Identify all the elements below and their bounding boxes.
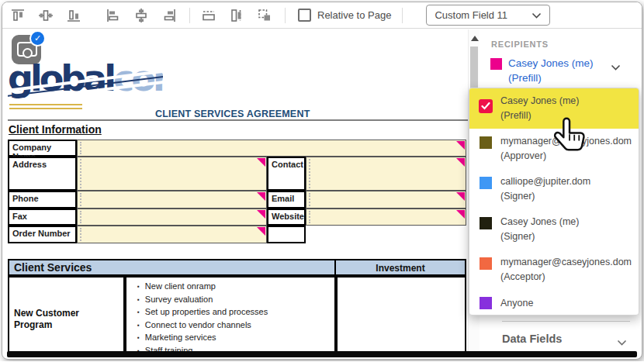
toolbar-separator (189, 8, 190, 23)
recipient-label: mymanager@caseyjones.dom(Acceptor) (500, 255, 632, 284)
recipient-label: Casey Jones (me)(Signer) (500, 215, 579, 244)
checkbox-box[interactable] (298, 9, 311, 22)
recipient-dropdown: Casey Jones (me)(Prefill)mymanager@casey… (469, 88, 639, 315)
chevron-down-icon (617, 335, 627, 349)
match-width-icon[interactable] (201, 8, 216, 23)
field-corner-marker-icon (456, 141, 465, 150)
selected-recipient-row[interactable]: Casey Jones (me)(Prefill) (490, 55, 633, 88)
app-window: Relative to Page Custom Field 11 ✓ globa… (2, 2, 642, 360)
document-canvas: ✓ globalcorp CLIENT SERVICES AGREEMENT C… (8, 29, 468, 352)
data-fields-label: Data Fields (502, 333, 562, 345)
align-right-icon[interactable] (161, 8, 177, 23)
service-bullet-item: Set up properties and processes (137, 306, 334, 319)
match-size-icon[interactable] (257, 8, 272, 23)
field-fax[interactable] (77, 209, 267, 226)
toolbar-separator (285, 8, 286, 23)
empty-cell (267, 226, 306, 243)
selected-recipient-swatch (490, 58, 502, 70)
services-bullet-list: New client onrampSurvey evaluationSet up… (126, 281, 334, 352)
section-divider (502, 321, 630, 322)
field-corner-marker-icon (257, 210, 265, 219)
dropdown-item-6[interactable]: Anyone (469, 290, 639, 315)
match-height-icon[interactable] (229, 8, 244, 23)
window-bottom-edge (7, 351, 637, 357)
recipient-color-swatch (480, 217, 492, 229)
client-information-heading: Client Information (9, 123, 102, 136)
recipient-color-swatch (480, 257, 492, 270)
logo-gold-rule (9, 104, 82, 105)
field-corner-marker-icon (257, 227, 265, 236)
recipients-section-header: RECIPIENTS (491, 40, 549, 49)
service-bullet-item: Survey evaluation (137, 294, 334, 307)
label-company-name: Company Name (8, 140, 77, 157)
services-row-label: New Customer Program (8, 276, 125, 352)
logo-gold-rule (9, 108, 82, 109)
recipient-label: Anyone (500, 296, 533, 311)
field-corner-marker-icon (456, 158, 465, 167)
field-website[interactable] (306, 209, 466, 226)
field-corner-marker-icon (456, 210, 465, 219)
align-vertical-center-icon[interactable] (38, 8, 54, 23)
field-alignment-toolbar: Relative to Page Custom Field 11 (2, 2, 642, 29)
scroll-up-arrow-icon[interactable] (471, 36, 479, 41)
dropdown-item-3[interactable]: calliope@jupiter.dom(Signer) (469, 169, 639, 209)
selected-recipient-name: Casey Jones (me)(Prefill) (508, 56, 594, 85)
recipient-color-swatch (480, 297, 492, 309)
label-fax: Fax (8, 209, 77, 226)
label-contact: Contact (267, 157, 306, 191)
investment-column-header: Investment (336, 259, 466, 276)
dropdown-item-4[interactable]: Casey Jones (me)(Signer) (469, 209, 639, 250)
data-fields-section-toggle[interactable]: Data Fields (502, 329, 630, 349)
dropdown-item-1[interactable]: Casey Jones (me)(Prefill) (469, 88, 639, 129)
services-bullet-cell: New client onrampSurvey evaluationSet up… (125, 276, 336, 352)
label-order-number: Order Number (8, 226, 77, 243)
field-contact[interactable] (306, 157, 466, 191)
field-corner-marker-icon (257, 192, 265, 201)
field-company-name[interactable] (77, 140, 466, 157)
label-email: Email (267, 191, 306, 209)
investment-cell (336, 276, 466, 352)
align-bottom-icon[interactable] (66, 8, 81, 23)
recipient-color-swatch (480, 177, 492, 189)
field-address[interactable] (77, 157, 267, 191)
checkmark-badge-icon: ✓ (29, 30, 46, 47)
recipient-color-swatch (480, 136, 492, 149)
services-table-header: Client Services (8, 259, 336, 276)
service-bullet-item: Connect to vendor channels (137, 319, 334, 333)
dropdown-item-2[interactable]: mymanager@caseyjones.dom(Approver) (469, 129, 639, 169)
align-horizontal-center-icon[interactable] (133, 8, 149, 23)
field-phone[interactable] (77, 191, 267, 209)
field-corner-marker-icon (257, 158, 265, 167)
field-type-value: Custom Field 11 (435, 9, 507, 21)
recipient-label: mymanager@caseyjones.dom(Approver) (500, 134, 632, 164)
checkbox-label: Relative to Page (317, 9, 391, 21)
label-phone: Phone (8, 191, 77, 209)
field-corner-marker-icon (456, 192, 465, 201)
field-order-number[interactable] (77, 226, 267, 243)
globalcorp-logo: globalcorp (8, 51, 163, 113)
chevron-down-icon (531, 9, 542, 21)
relative-to-page-checkbox[interactable]: Relative to Page (298, 9, 391, 22)
toolbar-separator (402, 8, 403, 23)
align-top-icon[interactable] (10, 8, 26, 23)
chevron-down-icon[interactable] (611, 60, 621, 74)
checked-checkbox-icon[interactable] (479, 99, 493, 113)
document-title: CLIENT SERVICES AGREEMENT (155, 109, 310, 119)
service-bullet-item: Marketing services (137, 332, 334, 345)
label-address: Address (8, 157, 77, 191)
recipient-label: calliope@jupiter.dom(Signer) (500, 174, 590, 204)
label-website: Website (267, 209, 306, 226)
dropdown-item-5[interactable]: mymanager@caseyjones.dom(Acceptor) (469, 250, 639, 290)
field-type-select[interactable]: Custom Field 11 (426, 5, 550, 26)
header-divider (8, 119, 468, 121)
service-bullet-item: New client onramp (137, 281, 334, 294)
field-email[interactable] (306, 191, 466, 209)
recipient-label: Casey Jones (me)(Prefill) (500, 94, 579, 123)
align-left-icon[interactable] (106, 8, 121, 23)
